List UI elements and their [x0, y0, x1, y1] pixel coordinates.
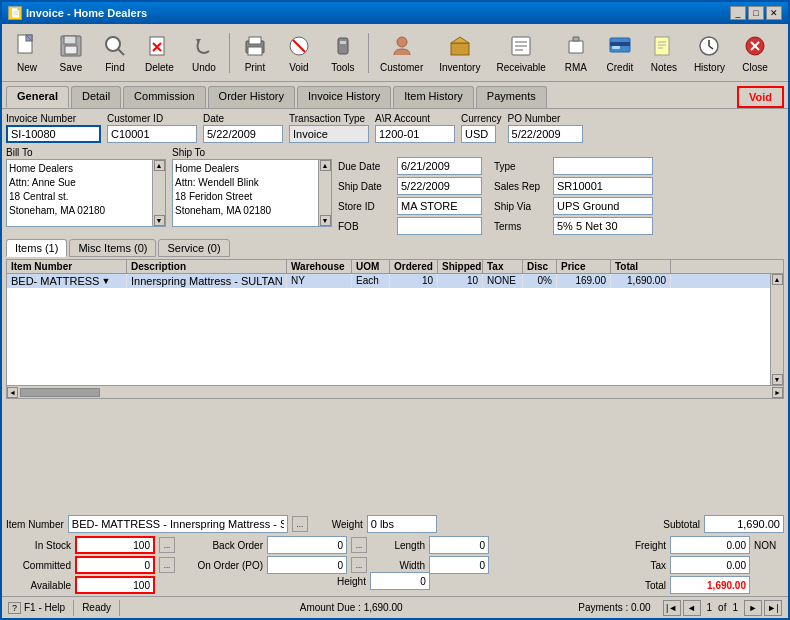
- po-number-input[interactable]: [508, 125, 583, 143]
- length-label: Length: [375, 540, 425, 551]
- scroll-thumb-h: [20, 388, 100, 397]
- terms-input[interactable]: [553, 217, 653, 235]
- ship-date-input[interactable]: [397, 177, 482, 195]
- toolbar-separator-1: [229, 33, 230, 73]
- bill-to-text: Home DealersAttn: Anne Sue18 Central st.…: [7, 160, 165, 220]
- currency-label: Currency: [461, 113, 502, 124]
- tools-icon: [329, 32, 357, 60]
- ar-account-input[interactable]: [375, 125, 455, 143]
- receivable-button[interactable]: Receivable: [489, 29, 552, 76]
- undo-icon: [190, 32, 218, 60]
- inventory-button[interactable]: Inventory: [432, 29, 487, 76]
- credit-memo-button[interactable]: Credit: [599, 29, 641, 76]
- committed-input[interactable]: [75, 556, 155, 574]
- due-date-input[interactable]: [397, 157, 482, 175]
- tab-order-history[interactable]: Order History: [208, 86, 295, 108]
- close-window-button[interactable]: ✕: [766, 6, 782, 20]
- in-stock-btn[interactable]: ...: [159, 537, 175, 553]
- bill-to-scroll-up[interactable]: ▲: [154, 160, 165, 171]
- item-number-bottom-input[interactable]: [68, 515, 288, 533]
- close-label: Close: [742, 62, 768, 73]
- ship-to-scroll-up[interactable]: ▲: [320, 160, 331, 171]
- bill-to-label: Bill To: [6, 147, 166, 158]
- store-id-input[interactable]: [397, 197, 482, 215]
- ship-to-scroll-down[interactable]: ▼: [320, 215, 331, 226]
- height-label-2: Height: [337, 576, 366, 587]
- back-order-btn[interactable]: ...: [351, 537, 367, 553]
- tab-detail[interactable]: Detail: [71, 86, 121, 108]
- subtotal-label: Subtotal: [650, 519, 700, 530]
- void-button[interactable]: Void: [278, 29, 320, 76]
- close-button[interactable]: Close: [734, 29, 776, 76]
- date-input[interactable]: [203, 125, 283, 143]
- item-detail-btn[interactable]: ...: [292, 516, 308, 532]
- nav-first-btn[interactable]: |◄: [663, 600, 681, 616]
- save-button[interactable]: Save: [50, 29, 92, 76]
- th-shipped: Shipped: [438, 260, 483, 273]
- void-tab[interactable]: Void: [737, 86, 784, 108]
- items-tabs: Items (1) Misc Items (0) Service (0): [6, 239, 784, 257]
- type-input[interactable]: [553, 157, 653, 175]
- sales-rep-input[interactable]: [553, 177, 653, 195]
- nav-next-btn[interactable]: ►: [744, 600, 762, 616]
- items-tab-misc[interactable]: Misc Items (0): [69, 239, 156, 257]
- date-group: Date: [203, 113, 283, 143]
- table-scrollbar-h: ◄ ►: [7, 385, 783, 398]
- freight-input[interactable]: [670, 536, 750, 554]
- bottom-section: Item Number ... Weight Subtotal In Stock…: [2, 512, 788, 596]
- scroll-right-btn[interactable]: ►: [772, 387, 783, 398]
- notes-button[interactable]: Notes: [643, 29, 685, 76]
- nav-prev-btn[interactable]: ◄: [683, 600, 701, 616]
- fob-input[interactable]: [397, 217, 482, 235]
- td-item-number: BED- MATTRESS ▼: [7, 274, 127, 288]
- weight-input[interactable]: [367, 515, 437, 533]
- undo-button[interactable]: Undo: [183, 29, 225, 76]
- tab-payments[interactable]: Payments: [476, 86, 547, 108]
- td-ordered: 10: [390, 274, 438, 288]
- terms-label: Terms: [494, 221, 549, 232]
- width-input[interactable]: [429, 556, 489, 574]
- in-stock-input[interactable]: [75, 536, 155, 554]
- invoice-number-input[interactable]: [6, 125, 101, 143]
- credit-memo-label: Credit: [607, 62, 634, 73]
- delete-button[interactable]: Delete: [138, 29, 181, 76]
- tools-button[interactable]: Tools: [322, 29, 364, 76]
- minimize-button[interactable]: _: [730, 6, 746, 20]
- ship-to-section: Ship To Home DealersAttn: Wendell Blink1…: [172, 147, 332, 235]
- tax-input[interactable]: [670, 556, 750, 574]
- height-input[interactable]: [370, 572, 430, 590]
- dropdown-arrow[interactable]: ▼: [101, 276, 110, 286]
- back-order-input[interactable]: [267, 536, 347, 554]
- committed-btn[interactable]: ...: [159, 557, 175, 573]
- maximize-button[interactable]: □: [748, 6, 764, 20]
- svg-rect-27: [610, 42, 630, 46]
- print-button[interactable]: Print: [234, 29, 276, 76]
- rma-button[interactable]: RMA: [555, 29, 597, 76]
- svg-rect-5: [65, 46, 77, 54]
- ship-date-label: Ship Date: [338, 181, 393, 192]
- tab-invoice-history[interactable]: Invoice History: [297, 86, 391, 108]
- scroll-down-btn[interactable]: ▼: [772, 374, 783, 385]
- customer-id-input[interactable]: [107, 125, 197, 143]
- th-warehouse: Warehouse: [287, 260, 352, 273]
- tab-general[interactable]: General: [6, 86, 69, 108]
- new-button[interactable]: New: [6, 29, 48, 76]
- nav-last-btn[interactable]: ►|: [764, 600, 782, 616]
- scroll-up-btn[interactable]: ▲: [772, 274, 783, 285]
- tab-commission[interactable]: Commission: [123, 86, 206, 108]
- scroll-left-btn[interactable]: ◄: [7, 387, 18, 398]
- customer-button[interactable]: Customer: [373, 29, 430, 76]
- history-button[interactable]: History: [687, 29, 732, 76]
- ship-via-input[interactable]: [553, 197, 653, 215]
- on-order-input[interactable]: [267, 556, 347, 574]
- length-input[interactable]: [429, 536, 489, 554]
- find-button[interactable]: Find: [94, 29, 136, 76]
- table-row[interactable]: BED- MATTRESS ▼ Innerspring Mattress - S…: [7, 274, 770, 288]
- currency-input[interactable]: [461, 125, 496, 143]
- tab-item-history[interactable]: Item History: [393, 86, 474, 108]
- items-tab-service[interactable]: Service (0): [158, 239, 229, 257]
- items-tab-items[interactable]: Items (1): [6, 239, 67, 257]
- bill-to-scroll-down[interactable]: ▼: [154, 215, 165, 226]
- on-order-btn[interactable]: ...: [351, 557, 367, 573]
- available-input[interactable]: [75, 576, 155, 594]
